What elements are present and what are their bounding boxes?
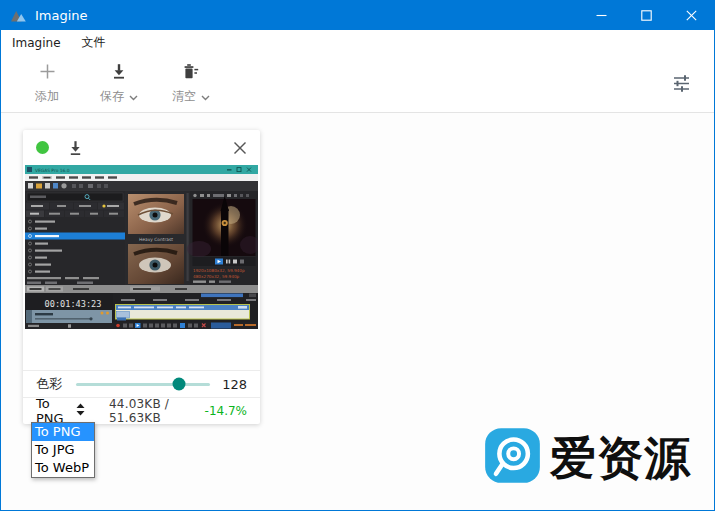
maximize-button[interactable] [624, 0, 669, 30]
window-title: Imagine [35, 8, 88, 23]
watermark-text: 爱资源 [550, 435, 691, 481]
watermark-logo-icon [484, 427, 541, 488]
save-button-label: 保存 [100, 88, 124, 105]
format-dropdown-list: To PNG To JPG To WebP [31, 422, 95, 478]
clear-button[interactable]: 清空 [169, 63, 213, 105]
trash-icon [182, 63, 200, 83]
image-card: VEGAS Pro 16.0 [23, 130, 260, 424]
slider-value: 128 [222, 377, 247, 392]
minimize-button[interactable] [579, 0, 624, 30]
settings-button[interactable] [671, 74, 692, 97]
add-button[interactable]: 添加 [25, 63, 69, 105]
menu-bar: Imagine 文件 [1, 30, 714, 55]
thumb-props-line1: 1920x1080x32, 59.940p [193, 268, 245, 273]
thumb-props-line2: 480x270x32, 59.940p [193, 274, 240, 279]
thumb-timecode: 00:01:43:23 [45, 299, 102, 309]
image-list-area: VEGAS Pro 16.0 [1, 113, 714, 510]
dropdown-option-jpg[interactable]: To JPG [32, 441, 94, 459]
chevron-down-icon [129, 90, 138, 104]
plus-icon [39, 63, 56, 83]
watermark: 爱资源 [484, 427, 691, 488]
savings-percent: -14.7% [205, 404, 247, 418]
card-save-button[interactable] [68, 140, 83, 156]
card-spacer [23, 329, 260, 370]
download-icon [111, 63, 127, 83]
save-button[interactable]: 保存 [97, 63, 141, 105]
card-close-button[interactable] [233, 141, 247, 155]
toolbar: 添加 保存 [1, 55, 714, 113]
status-dot-icon [36, 141, 49, 154]
menu-imagine[interactable]: Imagine [11, 34, 62, 52]
dropdown-option-png[interactable]: To PNG [32, 423, 94, 441]
app-logo-icon [10, 8, 27, 23]
clear-button-label: 清空 [172, 88, 196, 105]
image-thumbnail[interactable]: VEGAS Pro 16.0 [25, 165, 258, 329]
thumb-app-title: VEGAS Pro 16.0 [35, 168, 70, 173]
slider-handle[interactable] [173, 378, 186, 391]
close-button[interactable] [669, 0, 714, 30]
card-header [23, 130, 260, 165]
card-bottom-row: To PNG 44.03KB / 51.63KB -14.7% [23, 397, 260, 424]
file-size-text: 44.03KB / 51.63KB [109, 397, 205, 425]
menu-file[interactable]: 文件 [81, 32, 107, 53]
tune-icon [671, 78, 692, 97]
thumb-preset-label: Heavy Contrast [139, 237, 173, 242]
imagine-window: Imagine Imagine 文件 添加 [0, 0, 715, 511]
chevron-down-icon [201, 90, 210, 104]
color-slider[interactable] [76, 383, 210, 386]
dropdown-option-webp[interactable]: To WebP [32, 459, 94, 477]
slider-label: 色彩 [36, 375, 62, 393]
add-button-label: 添加 [35, 88, 59, 105]
spinner-arrows-icon [76, 403, 85, 419]
title-bar: Imagine [1, 0, 714, 30]
color-slider-row: 色彩 128 [23, 370, 260, 397]
